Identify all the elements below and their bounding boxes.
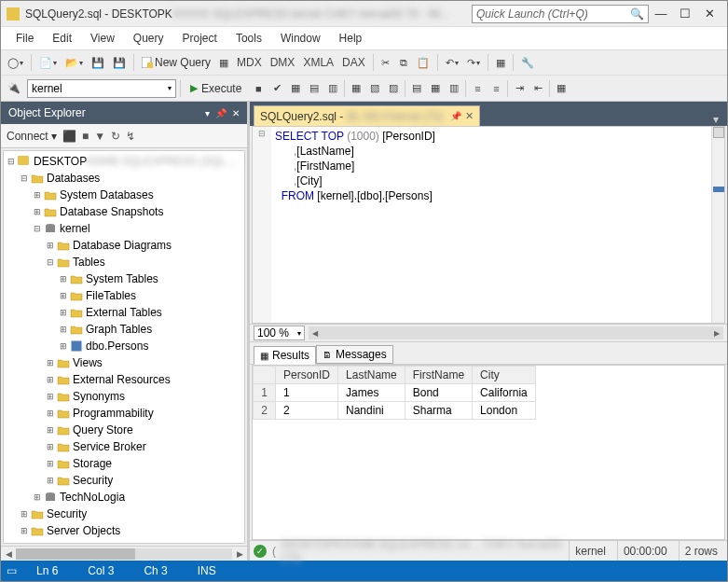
- menu-help[interactable]: Help: [330, 29, 372, 48]
- oe-stop-icon[interactable]: ■: [82, 130, 89, 143]
- menu-query[interactable]: Query: [124, 29, 173, 48]
- save-button[interactable]: 💾: [89, 53, 107, 72]
- tab-close-icon[interactable]: ✕: [465, 110, 474, 122]
- outdent-icon[interactable]: ⇤: [530, 79, 545, 98]
- uncomment-icon[interactable]: ≡: [488, 79, 503, 98]
- tree-service-broker[interactable]: ⊞Service Broker: [4, 438, 244, 455]
- tree-system-databases[interactable]: ⊞System Databases: [4, 187, 244, 203]
- col-personid[interactable]: PersonID: [276, 367, 338, 384]
- col-rownum[interactable]: [254, 367, 276, 384]
- oe-refresh-icon[interactable]: ↻: [111, 130, 120, 143]
- redo-button[interactable]: ↷▾: [464, 53, 483, 72]
- table-row[interactable]: 2 2 Nandini Sharma London: [254, 402, 536, 420]
- oe-close-icon[interactable]: ✕: [232, 108, 240, 118]
- tree-database-snapshots[interactable]: ⊞Database Snapshots: [4, 203, 244, 220]
- database-combo[interactable]: kernel ▾: [27, 79, 176, 98]
- mdx-icon[interactable]: MDX: [234, 53, 265, 72]
- xmla-icon[interactable]: XMLA: [300, 53, 337, 72]
- paste-icon[interactable]: 📋: [414, 53, 433, 72]
- undo-button[interactable]: ↶▾: [443, 53, 461, 72]
- intellisense-icon[interactable]: ▥: [325, 79, 340, 98]
- tree-storage[interactable]: ⊞Storage: [4, 455, 244, 472]
- live-stats-icon[interactable]: ▧: [367, 79, 382, 98]
- cut-icon[interactable]: ✂: [378, 53, 393, 72]
- activity-monitor-icon[interactable]: ▦: [493, 53, 508, 72]
- tab-overflow-icon[interactable]: ▾: [708, 113, 723, 126]
- tab-pin-icon[interactable]: 📌: [450, 111, 461, 121]
- tree-dbo-persons[interactable]: ⊞dbo.Persons: [4, 338, 244, 354]
- tree-programmability[interactable]: ⊞Programmability: [4, 405, 244, 422]
- tree-server-objects[interactable]: ⊞Server Objects: [4, 522, 244, 539]
- menu-edit[interactable]: Edit: [43, 29, 81, 48]
- oe-pin-icon[interactable]: 📌: [215, 108, 227, 118]
- tree-server-node[interactable]: ⊟DESKTOPKIIWB SQLEXPRESS (SQL…: [4, 153, 244, 170]
- db-engine-query-icon[interactable]: ▦: [216, 53, 231, 72]
- sql-editor[interactable]: ⊟ SELECT TOP (1000) [PersonID] ,,[LastNa…: [252, 126, 725, 324]
- connect-button[interactable]: Connect ▾: [7, 130, 57, 143]
- execute-button[interactable]: ▶Execute: [185, 82, 247, 95]
- parse-button[interactable]: ✔: [269, 79, 284, 98]
- tab-messages[interactable]: 🗎Messages: [316, 345, 393, 364]
- tree-kernel-db[interactable]: ⊟kernel: [4, 220, 244, 237]
- toolbar-extra-icon[interactable]: 🔧: [518, 53, 537, 72]
- tree-system-tables[interactable]: ⊞System Tables: [4, 270, 244, 287]
- comment-icon[interactable]: ≡: [470, 79, 485, 98]
- tree-databases[interactable]: ⊟Databases: [4, 170, 244, 187]
- actual-plan-icon[interactable]: ▦: [349, 79, 364, 98]
- open-button[interactable]: 📂▾: [62, 53, 86, 72]
- copy-icon[interactable]: ⧉: [396, 53, 411, 72]
- zoom-combo[interactable]: 100 %▾: [254, 326, 305, 340]
- menu-file[interactable]: File: [7, 29, 43, 48]
- tree-external-resources[interactable]: ⊞External Resources: [4, 371, 244, 388]
- quick-launch-input[interactable]: Quick Launch (Ctrl+Q) 🔍: [472, 5, 649, 23]
- oe-disconnect-icon[interactable]: ⬛: [62, 130, 76, 143]
- query-options-icon[interactable]: ▤: [307, 79, 322, 98]
- dax-icon[interactable]: DAX: [339, 53, 368, 72]
- oe-filter-icon[interactable]: ▼: [94, 130, 105, 143]
- cell-selected[interactable]: 1: [276, 384, 338, 402]
- nav-back-button[interactable]: ◯▾: [5, 53, 26, 72]
- tree-filetables[interactable]: ⊞FileTables: [4, 287, 244, 304]
- change-connection-icon[interactable]: 🔌: [5, 79, 23, 98]
- menu-window[interactable]: Window: [271, 29, 330, 48]
- tree-security-db[interactable]: ⊞Security: [4, 472, 244, 489]
- col-city[interactable]: City: [473, 367, 536, 384]
- menu-view[interactable]: View: [81, 29, 124, 48]
- tree-security[interactable]: ⊞Security: [4, 506, 244, 522]
- col-firstname[interactable]: FirstName: [405, 367, 472, 384]
- results-file-icon[interactable]: ▥: [446, 79, 461, 98]
- menu-project[interactable]: Project: [173, 29, 227, 48]
- stop-button[interactable]: ■: [251, 79, 266, 98]
- code-collapse-icon[interactable]: ⊟: [253, 129, 271, 138]
- tree-query-store[interactable]: ⊞Query Store: [4, 422, 244, 438]
- oe-sync-icon[interactable]: ↯: [126, 130, 135, 143]
- col-lastname[interactable]: LastName: [338, 367, 405, 384]
- results-grid[interactable]: PersonID LastName FirstName City 1 1 Jam…: [252, 365, 725, 540]
- table-row[interactable]: 1 1 James Bond California: [254, 384, 536, 402]
- results-grid-icon[interactable]: ▦: [428, 79, 443, 98]
- minimize-button[interactable]: —: [649, 7, 673, 21]
- client-stats-icon[interactable]: ▨: [386, 79, 401, 98]
- tree-synonyms[interactable]: ⊞Synonyms: [4, 388, 244, 405]
- new-item-button[interactable]: 📄▾: [36, 53, 60, 72]
- tree-views[interactable]: ⊞Views: [4, 354, 244, 371]
- menu-tools[interactable]: Tools: [227, 29, 271, 48]
- oe-dropdown-icon[interactable]: ▾: [205, 108, 210, 118]
- maximize-button[interactable]: ☐: [673, 7, 697, 21]
- split-handle-icon[interactable]: [713, 127, 724, 138]
- tree-tables[interactable]: ⊟Tables: [4, 254, 244, 270]
- specify-values-icon[interactable]: ▦: [554, 79, 569, 98]
- results-text-icon[interactable]: ▤: [409, 79, 424, 98]
- dmx-icon[interactable]: DMX: [268, 53, 298, 72]
- tree-graph-tables[interactable]: ⊞Graph Tables: [4, 321, 244, 338]
- save-all-button[interactable]: 💾: [110, 53, 129, 72]
- estimated-plan-icon[interactable]: ▦: [288, 79, 303, 98]
- indent-icon[interactable]: ⇥: [512, 79, 527, 98]
- sql-code[interactable]: SELECT TOP (1000) [PersonID] ,,[LastName…: [271, 127, 711, 323]
- tab-sqlquery2[interactable]: SQLQuery2.sql - BL MILYAernal (70) 📌 ✕: [254, 105, 480, 126]
- tab-results[interactable]: ▦Results: [254, 346, 316, 365]
- tree-database-diagrams[interactable]: ⊞Database Diagrams: [4, 237, 244, 254]
- new-query-button[interactable]: New Query: [139, 53, 213, 72]
- close-button[interactable]: ✕: [697, 7, 721, 21]
- editor-hscrollbar[interactable]: ◀▶: [309, 326, 723, 340]
